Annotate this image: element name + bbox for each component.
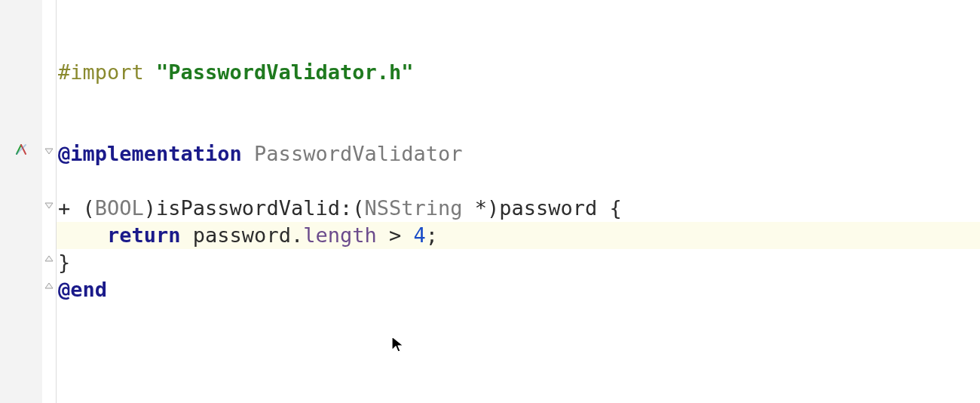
gutter-fold-column: [42, 0, 57, 403]
code-line[interactable]: #import "PasswordValidator.h": [57, 59, 980, 86]
override-icon[interactable]: [15, 143, 27, 158]
code-line[interactable]: return password.length > 4;: [57, 222, 980, 249]
return-keyword: return: [107, 223, 181, 247]
end-keyword: @end: [58, 278, 107, 301]
fold-open-icon[interactable]: [44, 147, 54, 156]
code-line[interactable]: }: [57, 249, 980, 276]
parameter-name: password: [499, 196, 597, 220]
class-name: PasswordValidator: [254, 142, 462, 165]
string-literal: "PasswordValidator.h": [156, 60, 413, 84]
number-literal: 4: [413, 223, 425, 247]
identifier: password: [193, 223, 291, 247]
fold-close-icon[interactable]: [44, 251, 54, 260]
type-name: NSString: [364, 196, 462, 220]
code-line[interactable]: @end: [57, 276, 980, 303]
type-name: BOOL: [95, 196, 144, 220]
code-area[interactable]: #import "PasswordValidator.h" @implement…: [57, 0, 980, 403]
implementation-keyword: @implementation: [58, 142, 242, 165]
method-name: isPasswordValid: [156, 196, 340, 220]
code-line[interactable]: @implementation PasswordValidator: [57, 140, 980, 168]
property-name: length: [303, 223, 377, 247]
code-line[interactable]: + (BOOL)isPasswordValid:(NSString *)pass…: [57, 195, 980, 222]
import-directive: #import: [58, 60, 144, 84]
fold-open-icon[interactable]: [44, 202, 54, 211]
fold-close-icon[interactable]: [44, 278, 54, 288]
code-editor[interactable]: #import "PasswordValidator.h" @implement…: [0, 0, 980, 403]
mouse-cursor-icon: [390, 335, 406, 355]
gutter-left: [0, 0, 42, 403]
